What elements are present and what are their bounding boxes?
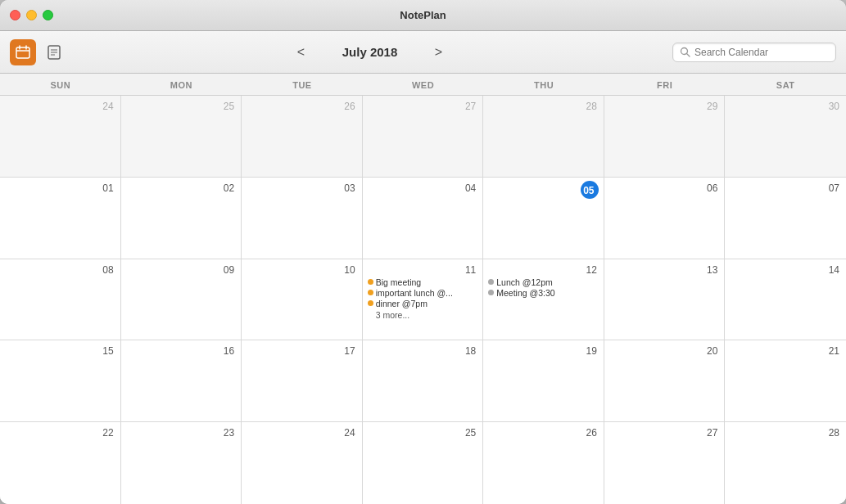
calendar-day[interactable]: 10: [242, 259, 363, 340]
day-number: 13: [609, 263, 720, 276]
window-title: NotePlan: [400, 9, 446, 21]
event-dot: [368, 290, 373, 295]
day-number: 28: [488, 99, 599, 112]
calendar-day[interactable]: 30: [725, 96, 846, 177]
calendar-day[interactable]: 27: [604, 422, 726, 504]
calendar-day[interactable]: 16: [121, 340, 242, 421]
calendar-day[interactable]: 12Lunch @12pmMeeting @3:30: [483, 259, 604, 340]
event-item: Big meeting: [368, 277, 478, 287]
event-item: Lunch @12pm: [488, 277, 599, 287]
day-number: 27: [368, 99, 478, 112]
day-number: 14: [730, 263, 841, 276]
toolbar-left: [10, 39, 67, 65]
more-events: 3 more...: [368, 310, 478, 320]
search-icon: [680, 47, 690, 57]
calendar-day[interactable]: 13: [604, 259, 726, 340]
calendar-week: 08091011Big meetingimportant lunch @...d…: [0, 259, 846, 341]
calendar-day[interactable]: 25: [363, 422, 484, 504]
calendar-day[interactable]: 14: [725, 259, 846, 340]
calendar-day[interactable]: 27: [363, 96, 484, 177]
calendar-view-button[interactable]: [10, 39, 36, 65]
calendar-day[interactable]: 18: [363, 340, 484, 421]
calendar-day[interactable]: 06: [604, 178, 726, 259]
event-dot: [368, 300, 373, 306]
maximize-button[interactable]: [43, 10, 53, 20]
calendar-day[interactable]: 22: [0, 422, 121, 504]
day-number: 01: [5, 181, 115, 194]
day-number: 18: [368, 344, 478, 357]
day-number: 26: [247, 99, 357, 112]
day-header-mon: MON: [121, 74, 242, 95]
calendar-day[interactable]: 19: [483, 340, 604, 421]
event-text: Lunch @12pm: [496, 277, 552, 287]
notes-view-button[interactable]: [41, 39, 67, 65]
event-dot: [488, 279, 494, 285]
calendar-day[interactable]: 01: [0, 178, 121, 259]
calendar-day[interactable]: 26: [483, 422, 604, 504]
day-number: 27: [609, 425, 720, 439]
toolbar-center: < July 2018 >: [74, 41, 666, 64]
search-box: [672, 43, 836, 62]
calendar-day[interactable]: 28: [483, 96, 604, 177]
day-number: 10: [247, 263, 357, 276]
calendar-day[interactable]: 24: [0, 96, 121, 177]
day-number: 05: [581, 181, 599, 199]
day-number: 17: [247, 344, 357, 357]
calendar-grid: 242526272829300102030405060708091011Big …: [0, 96, 846, 504]
day-header-tue: TUE: [242, 74, 363, 95]
calendar-day[interactable]: 04: [363, 178, 484, 259]
calendar-day[interactable]: 09: [121, 259, 242, 340]
next-month-button[interactable]: >: [428, 41, 450, 64]
day-header-sun: SUN: [0, 74, 121, 95]
calendar-day[interactable]: 08: [0, 259, 121, 340]
calendar-day[interactable]: 29: [604, 96, 726, 177]
calendar-day[interactable]: 11Big meetingimportant lunch @...dinner …: [363, 259, 484, 340]
search-input[interactable]: [694, 47, 829, 58]
toolbar: < July 2018 >: [0, 31, 846, 74]
event-item: Meeting @3:30: [488, 288, 599, 298]
calendar-day[interactable]: 03: [242, 178, 363, 259]
traffic-lights: [10, 10, 53, 20]
calendar-day[interactable]: 25: [121, 96, 242, 177]
calendar-day[interactable]: 02: [121, 178, 242, 259]
day-number: 26: [488, 425, 599, 439]
app-window: NotePlan <: [0, 0, 846, 504]
toolbar-right: [672, 43, 836, 62]
calendar-day[interactable]: 23: [121, 422, 242, 504]
day-number: 25: [126, 99, 237, 112]
calendar-day[interactable]: 28: [725, 422, 846, 504]
calendar-day[interactable]: 26: [242, 96, 363, 177]
notes-icon: [47, 45, 61, 60]
day-number: 28: [730, 425, 841, 439]
calendar-week: 01020304050607: [0, 178, 846, 259]
close-button[interactable]: [10, 10, 20, 20]
calendar-day[interactable]: 05: [483, 178, 604, 259]
day-number: 21: [730, 344, 841, 357]
day-number: 08: [5, 263, 115, 276]
minimize-button[interactable]: [26, 10, 37, 20]
day-number: 07: [730, 181, 841, 194]
event-text: important lunch @...: [376, 288, 453, 298]
day-number: 15: [5, 344, 115, 357]
calendar-day[interactable]: 24: [242, 422, 363, 504]
day-number: 24: [247, 425, 357, 439]
event-item: dinner @7pm: [368, 299, 478, 308]
day-number: 12: [488, 263, 599, 276]
calendar-week: 15161718192021: [0, 340, 846, 422]
day-header-thu: THU: [483, 74, 604, 95]
day-number: 19: [488, 344, 599, 357]
month-title: July 2018: [321, 45, 419, 59]
events-list: Big meetingimportant lunch @...dinner @7…: [368, 277, 478, 320]
calendar-day[interactable]: 17: [242, 340, 363, 421]
calendar-day[interactable]: 21: [725, 340, 846, 421]
events-list: Lunch @12pmMeeting @3:30: [488, 277, 599, 298]
titlebar: NotePlan: [0, 0, 846, 31]
prev-month-button[interactable]: <: [290, 41, 313, 64]
calendar-day[interactable]: 20: [604, 340, 726, 421]
calendar-day[interactable]: 07: [725, 178, 846, 259]
day-number: 25: [368, 425, 478, 439]
day-number: 04: [368, 181, 478, 194]
day-header-fri: FRI: [604, 74, 726, 95]
calendar-day[interactable]: 15: [0, 340, 121, 421]
event-item: important lunch @...: [368, 288, 478, 298]
